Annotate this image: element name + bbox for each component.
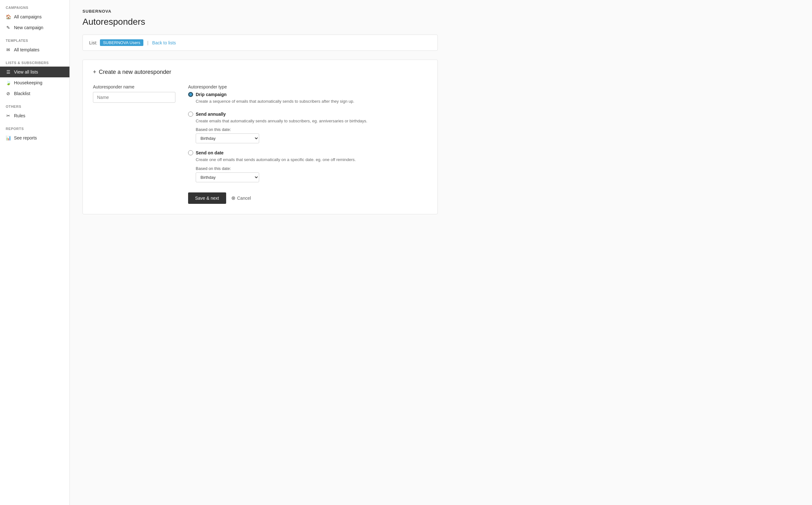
radio-on-date[interactable] — [188, 150, 193, 155]
form-col-name: Autoresponder name — [93, 84, 175, 103]
on-date-label[interactable]: Send on date — [196, 150, 224, 155]
sidebar-label-view-all-lists: View all lists — [14, 69, 38, 74]
autoresponder-name-input[interactable] — [93, 92, 175, 103]
card-title-text: Create a new autoresponder — [99, 69, 171, 75]
sidebar-section-lists: LISTS & SUBSCRIBERS — [0, 55, 70, 66]
radio-option-on-date: Send on date Create one off emails that … — [188, 150, 427, 182]
button-row: Save & next ⊗ Cancel — [188, 192, 427, 204]
cancel-icon: ⊗ — [231, 195, 235, 201]
sidebar-section-campaigns: CAMPAIGNS — [0, 0, 70, 11]
form-row: Autoresponder name Autoresponder type Dr… — [93, 84, 427, 204]
sidebar-section-others: OTHERS — [0, 99, 70, 110]
sidebar-section-reports: REPORTS — [0, 121, 70, 133]
rules-icon: ✂ — [6, 113, 11, 118]
list-bar: List: SUBERNOVA Users | Back to lists — [83, 34, 438, 51]
sidebar-item-see-reports[interactable]: 📊 See reports — [0, 133, 70, 143]
sidebar-label-rules: Rules — [14, 113, 25, 118]
cancel-button[interactable]: ⊗ Cancel — [231, 195, 251, 201]
list-icon: ☰ — [6, 69, 11, 74]
annually-desc: Create emails that automatically sends a… — [196, 118, 427, 124]
sidebar: CAMPAIGNS 🏠 All campaigns ✎ New campaign… — [0, 0, 70, 505]
drip-desc: Create a sequence of emails that automat… — [196, 98, 427, 105]
radio-annually[interactable] — [188, 112, 193, 117]
home-icon: 🏠 — [6, 14, 11, 19]
back-to-lists-link[interactable]: Back to lists — [152, 40, 176, 45]
sidebar-label-all-templates: All templates — [14, 47, 39, 52]
page-title: Autoresponders — [83, 17, 438, 27]
app-title: SUBERNOVA — [83, 9, 438, 14]
annually-label[interactable]: Send annually — [196, 112, 226, 117]
radio-option-annually: Send annually Create emails that automat… — [188, 112, 427, 144]
list-badge[interactable]: SUBERNOVA Users — [100, 39, 144, 46]
main-content: SUBERNOVA Autoresponders List: SUBERNOVA… — [70, 0, 812, 505]
sidebar-label-new-campaign: New campaign — [14, 25, 43, 30]
list-bar-label: List: — [89, 40, 97, 45]
sidebar-item-rules[interactable]: ✂ Rules — [0, 110, 70, 121]
save-next-button[interactable]: Save & next — [188, 192, 226, 204]
leaf-icon: 🍃 — [6, 80, 11, 85]
plus-icon: + — [93, 69, 97, 75]
sidebar-item-view-all-lists[interactable]: ☰ View all lists — [0, 66, 70, 77]
envelope-icon: ✉ — [6, 47, 11, 52]
on-date-desc: Create one off emails that sends automat… — [196, 157, 427, 163]
radio-option-drip: Drip campaign Create a sequence of email… — [188, 92, 427, 105]
annually-based-label: Based on this date: — [196, 127, 427, 132]
sidebar-item-blacklist[interactable]: ⊘ Blacklist — [0, 88, 70, 99]
sidebar-label-housekeeping: Housekeeping — [14, 80, 42, 85]
sidebar-item-all-campaigns[interactable]: 🏠 All campaigns — [0, 11, 70, 22]
form-col-type: Autoresponder type Drip campaign Create … — [188, 84, 427, 204]
ban-icon: ⊘ — [6, 91, 11, 96]
sidebar-label-blacklist: Blacklist — [14, 91, 30, 96]
sidebar-item-new-campaign[interactable]: ✎ New campaign — [0, 22, 70, 33]
sidebar-label-see-reports: See reports — [14, 135, 37, 140]
sidebar-item-housekeeping[interactable]: 🍃 Housekeeping — [0, 77, 70, 88]
autoresponder-card: + Create a new autoresponder Autorespond… — [83, 59, 438, 214]
cancel-label: Cancel — [237, 196, 251, 201]
name-label: Autoresponder name — [93, 84, 175, 90]
type-label: Autoresponder type — [188, 84, 427, 90]
drip-label[interactable]: Drip campaign — [196, 92, 227, 97]
chart-icon: 📊 — [6, 135, 11, 140]
list-separator: | — [147, 40, 148, 45]
card-title: + Create a new autoresponder — [93, 69, 427, 75]
sidebar-section-templates: TEMPLATES — [0, 33, 70, 44]
radio-drip[interactable] — [188, 92, 193, 97]
edit-icon: ✎ — [6, 25, 11, 30]
on-date-select[interactable]: Birthday Anniversary Sign-up date Custom… — [196, 172, 259, 182]
sidebar-item-all-templates[interactable]: ✉ All templates — [0, 44, 70, 55]
annually-date-select[interactable]: Birthday Anniversary Sign-up date Custom… — [196, 134, 259, 143]
sidebar-label-all-campaigns: All campaigns — [14, 14, 41, 19]
on-date-based-label: Based on this date: — [196, 166, 427, 171]
